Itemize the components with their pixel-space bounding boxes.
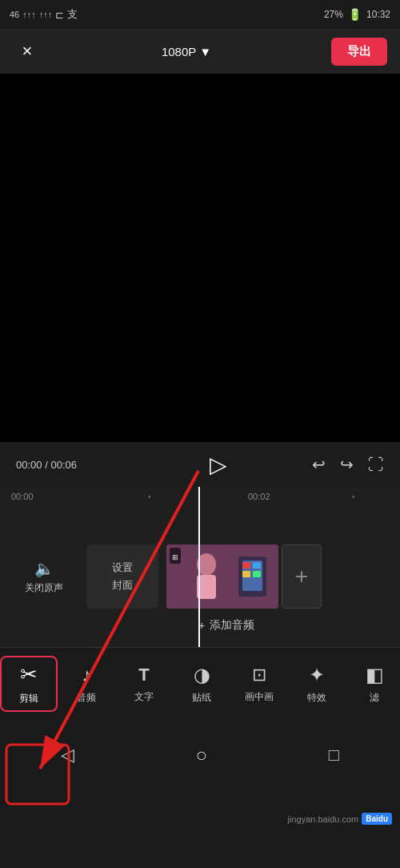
- status-bar: 46 ↑↑↑ ↑↑↑ ⊏ 支 27% 🔋 10:32: [0, 0, 400, 29]
- nav-bar: ◁ ○ □: [0, 735, 400, 775]
- audio-track[interactable]: 🔈 关闭原声: [0, 545, 80, 609]
- video-clips-area: ⊞ +: [166, 536, 400, 617]
- cover-label2: 封面: [112, 578, 133, 593]
- signal-bars: ↑↑↑: [22, 10, 36, 19]
- add-audio-button[interactable]: + 添加音频: [198, 618, 254, 633]
- text-label: 文字: [134, 690, 154, 704]
- filter-icon: ◧: [366, 664, 384, 686]
- effects-label: 特效: [307, 691, 326, 705]
- tool-cut[interactable]: ✂ 剪辑: [0, 656, 58, 712]
- svg-rect-8: [253, 571, 261, 577]
- pip-icon: ⊡: [252, 665, 266, 685]
- add-audio-label: 添加音频: [210, 618, 254, 633]
- video-preview: [0, 74, 400, 442]
- redo-icon[interactable]: ↪: [340, 455, 354, 474]
- resolution-arrow: ▼: [199, 45, 211, 58]
- resolution-button[interactable]: 1080P ▼: [162, 45, 211, 58]
- signal-indicator: 46: [10, 10, 19, 19]
- svg-rect-6: [253, 562, 261, 569]
- watermark-logo: Baidu: [362, 813, 392, 825]
- ruler-mark-2: 00:02: [248, 492, 270, 501]
- bottom-toolbar: ✂ 剪辑 ♪ 音频 T 文字 ◑ 贴纸 ⊡ 画中画 ✦ 特效 ◧ 滤: [0, 647, 400, 735]
- watermark: jingyan.baidu.com Baidu: [288, 813, 392, 825]
- text-icon: T: [138, 665, 149, 685]
- play-button[interactable]: ▷: [202, 448, 234, 480]
- cut-label: 剪辑: [19, 692, 38, 705]
- filter-label: 滤: [370, 691, 379, 705]
- timeline-ruler: 00:00 • 00:02 •: [0, 487, 400, 506]
- tool-effects[interactable]: ✦ 特效: [288, 656, 346, 712]
- timeline-cursor: [198, 487, 200, 647]
- ruler-dot2: •: [352, 492, 355, 501]
- watermark-text: jingyan.baidu.com: [288, 814, 359, 824]
- ruler-mark-0: 00:00: [11, 492, 34, 501]
- current-time: 00:00: [16, 459, 42, 471]
- close-button[interactable]: ×: [13, 37, 42, 66]
- fullscreen-icon[interactable]: ⛶: [368, 456, 384, 474]
- effects-icon: ✦: [309, 664, 325, 686]
- time-display: 10:32: [366, 9, 390, 20]
- play-icon: ▷: [210, 452, 227, 478]
- audio-off-label: 关闭原声: [25, 581, 63, 595]
- tool-audio[interactable]: ♪ 音频: [58, 656, 115, 712]
- sticker-icon: ◑: [194, 664, 210, 686]
- svg-rect-5: [242, 562, 250, 569]
- nav-recents[interactable]: □: [329, 745, 339, 766]
- signal2: ↑↑↑: [39, 10, 53, 19]
- cut-icon: ✂: [20, 662, 38, 687]
- undo-icon[interactable]: ↩: [312, 455, 326, 474]
- clip-thumbnail-svg: [166, 545, 278, 609]
- pip-label: 画中画: [245, 690, 274, 704]
- audio-icon: ♪: [82, 664, 91, 686]
- time-display: 00:00 / 00:06: [16, 459, 77, 471]
- battery-icon: 🔋: [348, 8, 362, 21]
- tool-pip[interactable]: ⊡ 画中画: [230, 656, 288, 712]
- cover-label1: 设置: [112, 561, 133, 575]
- sticker-label: 贴纸: [192, 691, 211, 705]
- add-clip-button[interactable]: +: [282, 545, 322, 609]
- svg-rect-7: [242, 571, 250, 577]
- video-clip[interactable]: ⊞: [166, 545, 278, 609]
- top-toolbar: × 1080P ▼ 导出: [0, 29, 400, 74]
- cover-button[interactable]: 设置 封面: [86, 545, 158, 609]
- tool-sticker[interactable]: ◑ 贴纸: [173, 656, 230, 712]
- notifications-icon: ⊏: [55, 9, 64, 21]
- total-time: 00:06: [50, 459, 77, 471]
- pay-icon: 支: [67, 7, 78, 22]
- audio-label: 音频: [77, 691, 96, 705]
- ruler-dot1: •: [148, 492, 151, 501]
- playback-controls: 00:00 / 00:06 ▷ ↩ ↪ ⛶: [0, 442, 400, 487]
- tool-text[interactable]: T 文字: [115, 656, 173, 712]
- battery-percent: 27%: [324, 9, 343, 20]
- tool-filter[interactable]: ◧ 滤: [346, 656, 400, 712]
- timeline-area: 00:00 • 00:02 • 🔈 关闭原声 设置 封面: [0, 487, 400, 647]
- clip-thumbnail: [166, 545, 278, 609]
- status-left: 46 ↑↑↑ ↑↑↑ ⊏ 支: [10, 7, 78, 22]
- export-button[interactable]: 导出: [331, 38, 387, 66]
- audio-off-icon: 🔈: [34, 559, 54, 578]
- time-separator: /: [45, 459, 48, 471]
- clip-badge: ⊞: [170, 548, 181, 564]
- control-icons: ↩ ↪ ⛶: [312, 455, 384, 474]
- nav-back[interactable]: ◁: [61, 745, 74, 766]
- resolution-label: 1080P: [162, 45, 196, 58]
- nav-home[interactable]: ○: [196, 744, 208, 766]
- status-right: 27% 🔋 10:32: [324, 8, 390, 21]
